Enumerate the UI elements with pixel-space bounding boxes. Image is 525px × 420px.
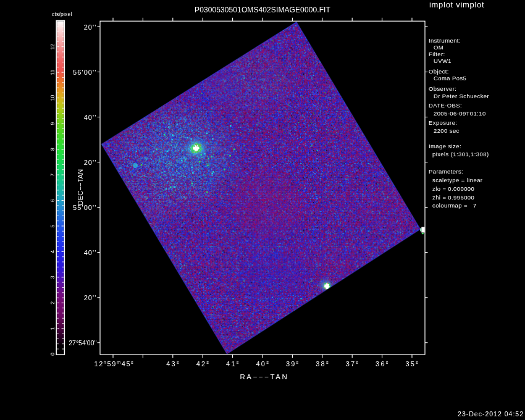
svg-text:2005-06-09T01:10: 2005-06-09T01:10 — [434, 110, 486, 117]
svg-text:4: 4 — [49, 250, 56, 253]
svg-text:P0300530501OMS402SIMAGE0000.FI: P0300530501OMS402SIMAGE0000.FIT — [195, 6, 330, 14]
svg-text:5: 5 — [49, 224, 56, 227]
svg-text:Object:: Object: — [429, 68, 449, 75]
svg-text:12: 12 — [49, 44, 56, 50]
svg-text:1: 1 — [49, 327, 56, 330]
svg-text:20'': 20'' — [84, 159, 97, 166]
svg-text:6: 6 — [49, 199, 56, 202]
svg-text:8: 8 — [49, 148, 56, 151]
svg-text:Dr Peter Schuecker: Dr Peter Schuecker — [434, 93, 489, 99]
svg-text:RA−−−TAN: RA−−−TAN — [240, 373, 288, 380]
svg-text:23-Dec-2012 04:52: 23-Dec-2012 04:52 — [458, 410, 524, 418]
svg-text:zhi = 0.996000: zhi = 0.996000 — [432, 194, 474, 201]
svg-text:7: 7 — [49, 173, 56, 176]
svg-text:0: 0 — [49, 353, 56, 356]
svg-text:2: 2 — [49, 301, 56, 304]
svg-text:Observer:: Observer: — [429, 85, 456, 92]
svg-text:Image size:: Image size: — [429, 143, 461, 149]
svg-text:cts/pixel: cts/pixel — [52, 11, 72, 17]
svg-text:zlo = 0.000000: zlo = 0.000000 — [432, 185, 474, 192]
svg-text:Coma Pos5: Coma Pos5 — [434, 75, 466, 82]
svg-text:9: 9 — [49, 122, 56, 125]
svg-text:20'': 20'' — [84, 23, 97, 31]
svg-text:Exposure:: Exposure: — [429, 119, 457, 126]
svg-text:10: 10 — [49, 95, 56, 101]
svg-text:56'00'': 56'00'' — [73, 69, 96, 76]
svg-text:implot vimplot: implot vimplot — [429, 0, 484, 9]
svg-text:20'': 20'' — [84, 294, 97, 301]
svg-text:40'': 40'' — [84, 249, 97, 256]
svg-text:DEC−−TAN: DEC−−TAN — [77, 169, 84, 206]
svg-text:colourmap = 7: colourmap = 7 — [432, 202, 477, 209]
svg-text:40'': 40'' — [84, 114, 97, 121]
svg-text:27°54'00'': 27°54'00'' — [69, 339, 96, 346]
svg-text:scaletype = linear: scaletype = linear — [432, 177, 482, 183]
svg-text:11: 11 — [49, 69, 56, 75]
svg-text:Instrument:: Instrument: — [429, 37, 461, 44]
svg-text:12h59m45s: 12h59m45s — [94, 359, 135, 367]
svg-text:Filter:: Filter: — [429, 51, 445, 57]
svg-text:Parameters:: Parameters: — [429, 168, 463, 175]
svg-text:pixels (1:301,1:308): pixels (1:301,1:308) — [432, 151, 489, 158]
svg-text:2200 sec: 2200 sec — [434, 127, 460, 134]
svg-text:OM: OM — [434, 44, 443, 51]
svg-text:3: 3 — [49, 275, 56, 279]
svg-text:DATE-OBS:: DATE-OBS: — [429, 102, 462, 109]
svg-text:UVW1: UVW1 — [434, 57, 452, 64]
